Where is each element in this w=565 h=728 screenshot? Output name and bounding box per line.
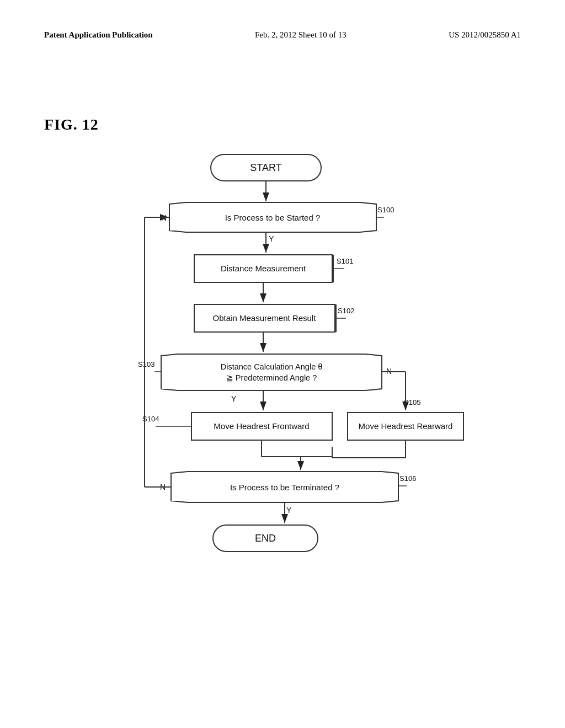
svg-text:Distance Calculation Angle θ: Distance Calculation Angle θ [221, 362, 323, 371]
flowchart-container: START Is Process to be Started ? S100 N … [89, 149, 476, 631]
svg-marker-22 [161, 354, 382, 390]
patent-number-label: US 2012/0025850 A1 [449, 30, 521, 40]
svg-text:S106: S106 [399, 474, 416, 483]
svg-text:S103: S103 [138, 360, 154, 368]
svg-text:Distance Measurement: Distance Measurement [221, 264, 306, 273]
start-label: START [250, 162, 281, 173]
svg-text:≧ Predetermined Angle ?: ≧ Predetermined Angle ? [226, 373, 317, 382]
svg-text:Y: Y [286, 506, 292, 515]
svg-text:S105: S105 [404, 398, 420, 406]
svg-text:S101: S101 [337, 257, 353, 265]
publication-label: Patent Application Publication [44, 30, 153, 40]
svg-text:S102: S102 [338, 307, 354, 315]
svg-text:S100: S100 [377, 206, 394, 214]
svg-text:Move Headrest Frontward: Move Headrest Frontward [214, 421, 309, 431]
svg-text:Is Process to be Terminated ?: Is Process to be Terminated ? [230, 483, 339, 492]
svg-text:Y: Y [231, 394, 237, 403]
page-header: Patent Application Publication Feb. 2, 2… [0, 30, 565, 40]
svg-text:Obtain Measurement Result: Obtain Measurement Result [213, 313, 317, 323]
svg-text:Is Process to be Started ?: Is Process to be Started ? [225, 213, 321, 222]
figure-label: FIG. 12 [44, 116, 99, 133]
flowchart-svg: START Is Process to be Started ? S100 N … [89, 149, 476, 629]
svg-text:Y: Y [269, 234, 274, 243]
svg-text:END: END [255, 533, 276, 544]
date-sheet-label: Feb. 2, 2012 Sheet 10 of 13 [255, 30, 347, 40]
svg-text:Move Headrest Rearward: Move Headrest Rearward [359, 421, 453, 431]
